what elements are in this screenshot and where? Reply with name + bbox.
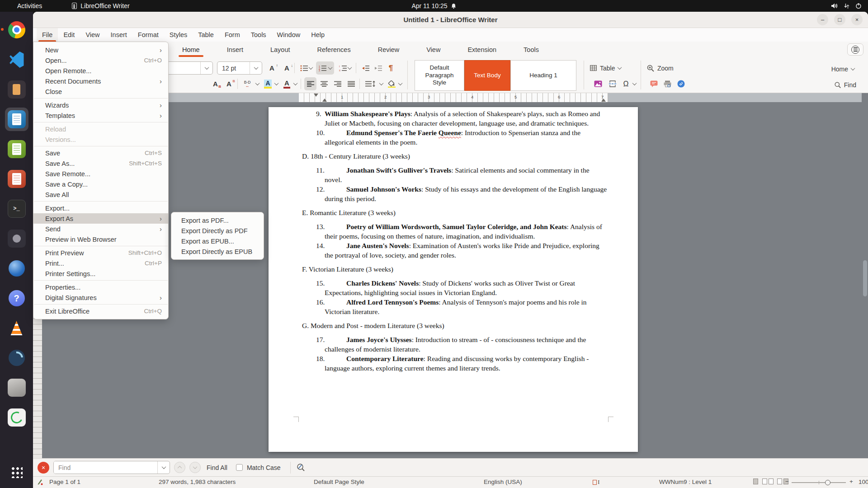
tab-home[interactable]: Home	[179, 42, 203, 58]
text-language[interactable]: English (USA)	[484, 479, 522, 485]
dock-item-box[interactable]	[5, 376, 28, 399]
menu-item-printer-settings[interactable]: Printer Settings...	[33, 268, 168, 279]
find-next-button[interactable]	[189, 462, 201, 473]
special-character-dropdown[interactable]	[632, 77, 637, 90]
menu-file[interactable]: File	[37, 28, 58, 42]
dock-item-terminal[interactable]: >_	[5, 197, 28, 221]
menu-item-print[interactable]: Print...Ctrl+P	[33, 258, 168, 268]
dock-item-vscode[interactable]	[5, 48, 28, 71]
dock-item-calc[interactable]	[5, 137, 28, 161]
paragraph-background-button[interactable]	[386, 77, 398, 90]
character-spacing-button[interactable]: B-D↔	[240, 77, 255, 90]
formatting-marks-button[interactable]: ¶	[385, 61, 397, 75]
menu-item-wizards[interactable]: Wizards›	[33, 100, 168, 110]
menu-item-print-preview[interactable]: Print PreviewShift+Ctrl+O	[33, 248, 168, 258]
insert-hyperlink-button[interactable]	[675, 77, 687, 90]
menu-insert[interactable]: Insert	[105, 28, 132, 42]
zoom-button[interactable]: Zoom	[647, 61, 674, 75]
menu-item-export-as-epub[interactable]: Export as EPUB...	[171, 236, 264, 246]
dock-item-camera[interactable]	[5, 227, 28, 250]
save-status-icon[interactable]	[37, 479, 43, 485]
numbered-list-button[interactable]: 123	[316, 61, 334, 75]
highlight-color-dropdown[interactable]	[274, 77, 279, 90]
print-preview-button[interactable]	[661, 77, 674, 90]
tab-tools[interactable]: Tools	[520, 42, 542, 58]
special-character-button[interactable]: Ω	[620, 77, 632, 90]
view-layout-multiple[interactable]	[762, 479, 775, 486]
menu-item-preview-in-web-browser[interactable]: Preview in Web Browser	[33, 234, 168, 244]
decrease-indent-button[interactable]	[372, 61, 384, 75]
menu-item-digital-signatures[interactable]: Digital Signatures›	[33, 292, 168, 303]
menu-help[interactable]: Help	[306, 28, 330, 42]
zoom-percentage[interactable]: 100%	[859, 479, 868, 485]
zoom-out-button[interactable]: −	[785, 478, 789, 485]
zoom-in-button[interactable]: +	[849, 478, 853, 485]
menu-item-save-a-copy[interactable]: Save a Copy...	[33, 179, 168, 189]
menu-item-export[interactable]: Export...	[33, 203, 168, 213]
paragraph-background-dropdown[interactable]	[397, 77, 403, 90]
character-spacing-dropdown[interactable]	[255, 77, 260, 90]
dock-item-chrome[interactable]	[5, 18, 28, 42]
superscript-button[interactable]: AB	[223, 77, 235, 90]
find-previous-button[interactable]	[174, 462, 185, 473]
increase-font-size-button[interactable]: A↑	[266, 61, 278, 75]
menu-item-save-as[interactable]: Save As...Shift+Ctrl+S	[33, 158, 168, 169]
minimize-button[interactable]: –	[817, 14, 828, 25]
focused-app-indicator[interactable]: LibreOffice Writer	[72, 2, 129, 9]
style-text-body[interactable]: Text Body	[464, 60, 510, 91]
find-history-dropdown[interactable]	[157, 461, 170, 474]
line-spacing-dropdown[interactable]	[378, 77, 384, 90]
zoom-slider-thumb[interactable]	[825, 480, 830, 485]
dock-item-software[interactable]	[5, 406, 28, 429]
tab-view[interactable]: View	[423, 42, 444, 58]
insert-comment-button[interactable]	[648, 77, 660, 90]
table-button[interactable]: Table	[590, 61, 621, 75]
menu-form[interactable]: Form	[219, 28, 245, 42]
left-indent-marker[interactable]	[322, 99, 327, 102]
word-count[interactable]: 297 words, 1,983 characters	[159, 479, 236, 485]
font-size-combo[interactable]: 12 pt	[217, 61, 262, 75]
document-page[interactable]: 9.William Shakespeare's Plays: Analysis …	[269, 107, 638, 452]
font-color-button[interactable]: A	[281, 77, 293, 90]
tab-references[interactable]: References	[314, 42, 354, 58]
chevron-down-icon[interactable]	[250, 66, 262, 70]
match-case-checkbox[interactable]	[236, 464, 243, 471]
menu-view[interactable]: View	[80, 28, 105, 42]
align-right-button[interactable]	[331, 77, 344, 90]
menu-item-recent-documents[interactable]: Recent Documents›	[33, 76, 168, 86]
menu-item-save-remote[interactable]: Save Remote...	[33, 169, 168, 179]
insert-image-button[interactable]	[592, 77, 604, 90]
show-applications-button[interactable]	[5, 460, 28, 483]
style-heading-1[interactable]: Heading 1	[510, 60, 576, 91]
menu-item-exit-libreoffice[interactable]: Exit LibreOfficeCtrl+Q	[33, 306, 168, 316]
find-input[interactable]	[54, 461, 157, 474]
style-default-paragraph[interactable]: Default Paragraph Style	[415, 60, 464, 91]
align-center-button[interactable]	[318, 77, 330, 90]
table-dropdown[interactable]	[618, 65, 622, 70]
dock-item-files[interactable]	[5, 78, 28, 101]
menu-item-open[interactable]: Open...Ctrl+O	[33, 55, 168, 66]
titlebar[interactable]: Untitled 1 - LibreOffice Writer – □ ×	[33, 12, 868, 28]
vertical-scrollbar-thumb[interactable]	[863, 260, 867, 296]
justify-button[interactable]	[345, 77, 357, 90]
menu-item-new[interactable]: New›	[33, 45, 168, 55]
dock-item-vlc[interactable]	[5, 316, 28, 340]
menu-format[interactable]: Format	[132, 28, 164, 42]
view-layout-single[interactable]	[753, 479, 760, 486]
menu-item-send[interactable]: Send›	[33, 224, 168, 234]
close-button[interactable]: ×	[851, 14, 863, 25]
menu-edit[interactable]: Edit	[58, 28, 80, 42]
find-all-button[interactable]: Find All	[207, 464, 227, 471]
menu-item-save[interactable]: SaveCtrl+S	[33, 148, 168, 158]
selection-mode-indicator[interactable]: I	[593, 479, 600, 486]
menu-item-templates[interactable]: Templates›	[33, 110, 168, 121]
line-spacing-button[interactable]	[363, 77, 377, 90]
dock-item-writer[interactable]	[5, 108, 28, 131]
zoom-slider[interactable]	[792, 482, 846, 483]
menu-item-export-directly-as-pdf[interactable]: Export Directly as PDF	[171, 225, 264, 236]
menu-item-export-directly-as-epub[interactable]: Export Directly as EPUB	[171, 246, 264, 257]
find-toolbar-button[interactable]: Find	[835, 78, 856, 91]
font-color-dropdown[interactable]	[292, 77, 298, 90]
clock[interactable]: Apr 11 10:25	[411, 2, 456, 9]
bullet-list-dropdown[interactable]	[308, 61, 314, 75]
